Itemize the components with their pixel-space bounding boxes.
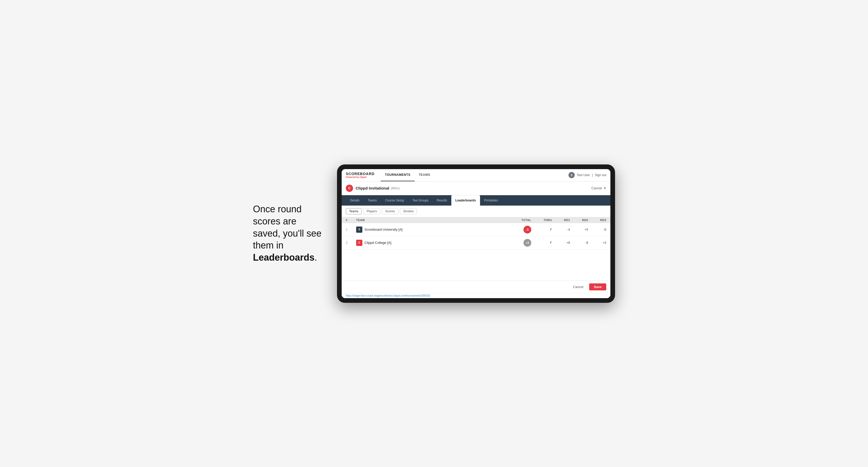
tournament-type: (Men)	[391, 186, 400, 190]
row2-team-logo: C	[356, 240, 362, 246]
table-header-row: # TEAM TOTAL THRU RD1 RD2 RD3	[342, 217, 610, 223]
description-text: Once round scores are saved, you'll see …	[253, 203, 321, 264]
desc-line1: Once round	[253, 204, 302, 214]
col-rd2-header: RD2	[570, 218, 588, 222]
modal-footer: Cancel Save	[342, 281, 610, 293]
top-navigation: SCOREBOARD Powered by clippd TOURNAMENTS…	[342, 169, 610, 182]
col-rd3-header: RD3	[588, 218, 606, 222]
desc-line4: them in	[253, 240, 283, 251]
filter-teams-button[interactable]: Teams	[346, 208, 362, 214]
url-bar: https://stage-blue-coach.stagescoeboard.…	[342, 293, 610, 298]
table-spacer	[342, 250, 610, 281]
tab-course-setup[interactable]: Course Setup	[381, 195, 408, 206]
row2-team: C Clippd College [A]	[356, 240, 505, 246]
sign-out-link[interactable]: Sign out	[595, 173, 606, 177]
row2-rd2: -8	[570, 241, 588, 245]
tournament-header: C Clippd Invitational (Men) Cancel ✕	[342, 182, 610, 195]
row1-total-badge: -5	[524, 226, 531, 234]
tab-leaderboards[interactable]: Leaderboards	[451, 195, 480, 206]
user-name: Test User	[577, 173, 590, 177]
tournament-name: Clippd Invitational	[355, 186, 389, 190]
main-nav: TOURNAMENTS TEAMS	[381, 169, 434, 181]
tablet-screen: SCOREBOARD Powered by clippd TOURNAMENTS…	[342, 169, 610, 298]
row2-total-badge: +3	[524, 239, 531, 247]
desc-suffix: .	[314, 252, 317, 263]
filter-strokes-button[interactable]: Strokes	[400, 208, 417, 214]
row2-thru: F	[531, 241, 552, 245]
row2-rd3: +3	[588, 241, 606, 245]
user-avatar: S	[568, 172, 575, 178]
nav-teams[interactable]: TEAMS	[414, 169, 435, 181]
header-cancel-button[interactable]: Cancel ✕	[591, 186, 606, 190]
row2-total-cell: +3	[505, 239, 531, 247]
filter-scores-button[interactable]: Scores	[382, 208, 398, 214]
row1-total-cell: -5	[505, 226, 531, 234]
desc-line3: saved, you'll see	[253, 228, 321, 239]
tab-printables[interactable]: Printables	[480, 195, 502, 206]
row2-team-name: Clippd College [A]	[365, 241, 391, 245]
col-team-header: TEAM	[356, 218, 505, 222]
filter-bar: Teams Players Scores Strokes	[342, 206, 610, 217]
save-button[interactable]: Save	[589, 283, 606, 290]
tab-teams[interactable]: Teams	[364, 195, 381, 206]
row1-team-logo: S	[356, 226, 362, 233]
col-total-header: TOTAL	[505, 218, 531, 222]
tab-bar: Details Teams Course Setup Tee Groups Re…	[342, 195, 610, 206]
col-rd1-header: RD1	[552, 218, 570, 222]
col-rank-header: #	[346, 218, 356, 222]
nav-right-area: S Test User | Sign out	[568, 172, 606, 178]
col-thru-header: THRU	[531, 218, 552, 222]
app-logo-title: SCOREBOARD	[346, 172, 374, 176]
row2-rank: 2	[346, 241, 356, 245]
row1-thru: F	[531, 228, 552, 231]
desc-line2: scores are	[253, 216, 297, 226]
row1-team-name: Scoreboard University [A]	[365, 227, 402, 231]
app-logo: SCOREBOARD Powered by clippd	[346, 172, 374, 179]
row1-rank: 1	[346, 228, 356, 231]
filter-players-button[interactable]: Players	[363, 208, 380, 214]
table-row: 2 C Clippd College [A] +3 F +8 -8 +3	[342, 236, 610, 250]
row1-rd2: +5	[570, 228, 588, 231]
tablet-device: SCOREBOARD Powered by clippd TOURNAMENTS…	[337, 164, 615, 303]
row1-rd3: -6	[588, 228, 606, 231]
nav-tournaments[interactable]: TOURNAMENTS	[381, 169, 414, 181]
row1-team: S Scoreboard University [A]	[356, 226, 505, 233]
tab-details[interactable]: Details	[346, 195, 364, 206]
cancel-button[interactable]: Cancel	[570, 283, 586, 290]
close-icon: ✕	[603, 186, 606, 190]
leaderboard-table: # TEAM TOTAL THRU RD1 RD2 RD3 1 S Scoreb…	[342, 217, 610, 250]
row1-rd1: -4	[552, 228, 570, 231]
tab-results[interactable]: Results	[433, 195, 451, 206]
row2-rd1: +8	[552, 241, 570, 245]
nav-pipe: |	[592, 173, 593, 177]
tab-tee-groups[interactable]: Tee Groups	[408, 195, 432, 206]
app-logo-sub: Powered by clippd	[346, 176, 374, 179]
tournament-logo: C	[346, 185, 353, 192]
desc-bold: Leaderboards	[253, 252, 314, 263]
url-text: https://stage-blue-coach.stagescoeboard.…	[346, 294, 430, 297]
table-row: 1 S Scoreboard University [A] -5 F -4 +5…	[342, 223, 610, 236]
